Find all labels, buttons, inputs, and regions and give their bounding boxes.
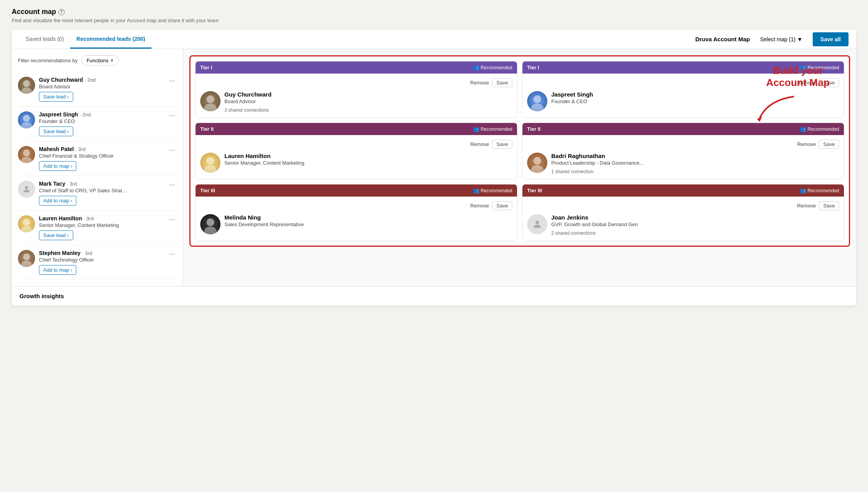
card-avatar [527,214,547,234]
save-button[interactable]: Save [492,201,512,210]
card-body: Remove Save Lauren Hamilton Senior Manag… [196,135,517,177]
card-header: Tier III 👥 Recommended [522,184,844,197]
lead-title: Chief Technology Officer [39,257,129,263]
card-connections: 2 shared connections [551,230,839,236]
card-person-title: GVP, Growth and Global Demand Gen [551,221,839,227]
lead-info: Mahesh Patel · 3rd Chief Financial & Str… [39,146,164,171]
card-person-info: Lauren Hamilton Senior Manager, Content … [224,153,512,166]
select-map-button[interactable]: Select map (1) ▼ [756,34,806,45]
save-all-button[interactable]: Save all [813,32,849,46]
map-title: Druva Account Map [695,36,750,42]
annotation-arrow-icon [755,93,802,124]
more-options-icon[interactable]: ··· [168,77,176,85]
tier-label: Tier I [200,65,212,70]
card-person-name: Badri Raghunathan [551,153,839,159]
recommended-badge: 👥 Recommended [473,65,512,70]
content-area: Filter recommendations by Functions ▼ Gu… [12,49,856,286]
save-button[interactable]: Save [819,140,839,149]
card-person-title: Product Leadership - Data Governance... [551,160,839,166]
main-card: Saved leads (0) Recommended leads (200) … [12,30,856,306]
svg-point-6 [25,186,28,189]
remove-button[interactable]: Remove [797,141,816,147]
svg-point-2 [23,115,30,122]
filter-row: Filter recommendations by Functions ▼ [18,55,176,66]
tab-recommended[interactable]: Recommended leads (200) [70,30,152,49]
card-header: Tier II 👥 Recommended [196,123,517,135]
remove-button[interactable]: Remove [470,141,489,147]
card-person-info: Joan Jenkins GVP, Growth and Global Dema… [551,214,839,236]
more-options-icon[interactable]: ··· [168,250,176,258]
svg-point-16 [204,165,217,173]
card-actions: Remove Save [527,140,839,149]
card-connections: 3 shared connections [224,107,512,113]
more-options-icon[interactable]: ··· [168,111,176,119]
add-to-map-button[interactable]: Add to map › [39,161,76,171]
save-lead-button[interactable]: Save lead › [39,127,73,136]
card-person-name: Lauren Hamilton [224,153,512,159]
people-icon: 👥 [800,188,806,193]
right-panel: Tier I 👥 Recommended Remove Save Guy Chu… [183,49,856,286]
page-subtitle: Find and visualize the most relevant peo… [12,18,856,23]
people-icon: 👥 [473,126,479,132]
add-to-map-button[interactable]: Add to map › [39,196,76,206]
tab-saved[interactable]: Saved leads (0) [19,30,70,49]
growth-title: Growth insights [19,293,849,299]
tier-label: Tier III [200,188,215,193]
more-options-icon[interactable]: ··· [168,215,176,223]
svg-point-10 [21,261,32,267]
page-container: Account map ? Find and visualize the mos… [0,0,868,492]
map-card: Tier II 👥 Recommended Remove Save Badri … [522,123,844,179]
remove-button[interactable]: Remove [797,203,816,209]
save-lead-button[interactable]: Save lead › [39,230,73,240]
list-item: Mark Tacy · 3rd Chief of Staff to CRO, V… [18,176,176,211]
svg-point-12 [204,104,217,111]
svg-point-5 [21,157,32,163]
list-item: Mahesh Patel · 3rd Chief Financial & Str… [18,141,176,176]
save-button[interactable]: Save [819,201,839,210]
save-button[interactable]: Save [492,78,512,87]
avatar [18,215,35,232]
svg-point-14 [531,104,543,111]
recommended-badge: 👥 Recommended [800,188,839,193]
info-icon[interactable]: ? [58,9,65,15]
lead-title: Board Advisor [39,84,129,90]
lead-title: Senior Manager, Content Marketing [39,222,129,228]
card-person-name: Melinda Ning [224,214,512,221]
chevron-down-icon: ▼ [110,58,114,63]
card-header: Tier I 👥 Recommended [196,62,517,74]
svg-point-11 [206,95,214,103]
svg-point-20 [204,227,217,234]
save-button[interactable]: Save [492,140,512,149]
svg-point-1 [21,88,32,94]
card-header: Tier III 👥 Recommended [196,184,517,197]
people-icon: 👥 [473,188,479,193]
card-body: Remove Save Guy Churchward Board Advisor… [196,74,517,118]
more-options-icon[interactable]: ··· [168,146,176,154]
lead-title: Founder & CEO [39,118,129,124]
card-body: Remove Save Joan Jenkins GVP, Growth and… [522,197,844,241]
functions-filter-button[interactable]: Functions ▼ [81,55,119,66]
card-person-name: Guy Churchward [224,91,512,98]
svg-point-18 [531,165,543,173]
recommended-text: Recommended [481,65,512,70]
lead-info: Jaspreet Singh · 2nd Founder & CEO Save … [39,111,164,136]
svg-point-3 [21,122,32,128]
arrow-container [747,93,849,124]
save-lead-button[interactable]: Save lead › [39,92,73,102]
more-options-icon[interactable]: ··· [168,181,176,189]
lead-info: Mark Tacy · 3rd Chief of Staff to CRO, V… [39,181,164,206]
page-title: Account map ? [12,8,856,16]
tabs-left: Saved leads (0) Recommended leads (200) [19,30,152,49]
title-text: Account map [12,8,56,16]
map-card: Tier I 👥 Recommended Remove Save Guy Chu… [195,61,517,118]
recommended-badge: 👥 Recommended [473,126,512,132]
lead-name: Lauren Hamilton · 3rd [39,215,164,221]
add-to-map-button[interactable]: Add to map › [39,265,76,275]
lead-title: Chief Financial & Strategy Officer [39,153,129,159]
card-person-title: Board Advisor [224,98,512,104]
chevron-down-icon: ▼ [797,36,803,42]
remove-button[interactable]: Remove [470,203,489,209]
remove-button[interactable]: Remove [470,80,489,86]
lead-info: Stephen Manley · 3rd Chief Technology Of… [39,250,164,275]
card-avatar [200,153,221,173]
